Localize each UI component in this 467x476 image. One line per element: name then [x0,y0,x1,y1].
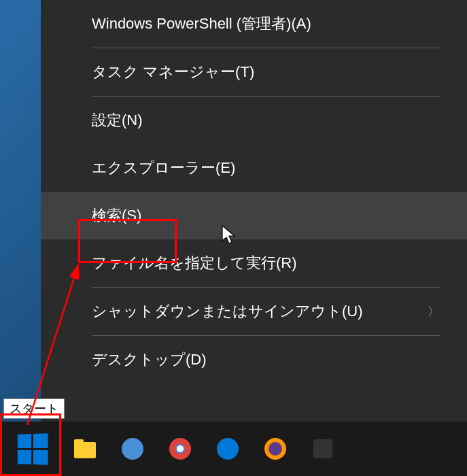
taskbar-icon-edge[interactable] [207,428,248,469]
menu-item-label: 設定(N) [92,112,143,129]
taskbar-icon-explorer[interactable] [65,428,105,469]
menu-item-label: Windows PowerShell (管理者)(A) [92,15,311,32]
svg-point-8 [269,442,282,456]
start-tooltip: スタート [3,398,65,419]
taskbar [0,422,467,476]
menu-item-label: 検索(S) [92,207,141,224]
svg-point-2 [122,438,143,460]
svg-rect-1 [74,439,84,445]
menu-item-label: エクスプローラー(E) [92,159,235,176]
taskbar-icon-app1[interactable] [112,428,153,469]
menu-item-run[interactable]: ファイル名を指定して実行(R) [41,239,467,287]
start-button[interactable] [7,424,58,475]
menu-item-desktop[interactable]: デスクトップ(D) [41,336,467,384]
svg-point-6 [217,438,239,460]
menu-item-task-manager[interactable]: タスク マネージャー(T) [41,48,467,96]
svg-rect-9 [313,439,332,458]
menu-item-label: デスクトップ(D) [92,351,207,368]
menu-item-explorer[interactable]: エクスプローラー(E) [41,144,467,192]
winx-context-menu: Windows PowerShell (管理者)(A) タスク マネージャー(T… [41,0,467,422]
taskbar-icon-app2[interactable] [302,428,343,469]
menu-item-label: ファイル名を指定して実行(R) [92,254,297,271]
menu-item-label: シャットダウンまたはサインアウト(U) [92,303,363,320]
menu-item-powershell-admin[interactable]: Windows PowerShell (管理者)(A) [41,0,467,48]
tooltip-text: スタート [10,402,58,415]
windows-logo-icon [18,433,48,464]
menu-item-search[interactable]: 検索(S) [41,192,467,239]
menu-item-label: タスク マネージャー(T) [92,63,254,80]
taskbar-icon-firefox[interactable] [255,428,296,469]
taskbar-icon-chrome[interactable] [160,428,201,469]
menu-item-shutdown-signout[interactable]: シャットダウンまたはサインアウト(U) 〉 [41,288,467,335]
svg-point-5 [177,445,184,452]
chevron-right-icon: 〉 [428,303,440,320]
menu-item-settings[interactable]: 設定(N) [41,97,467,144]
desktop-background [0,0,41,422]
